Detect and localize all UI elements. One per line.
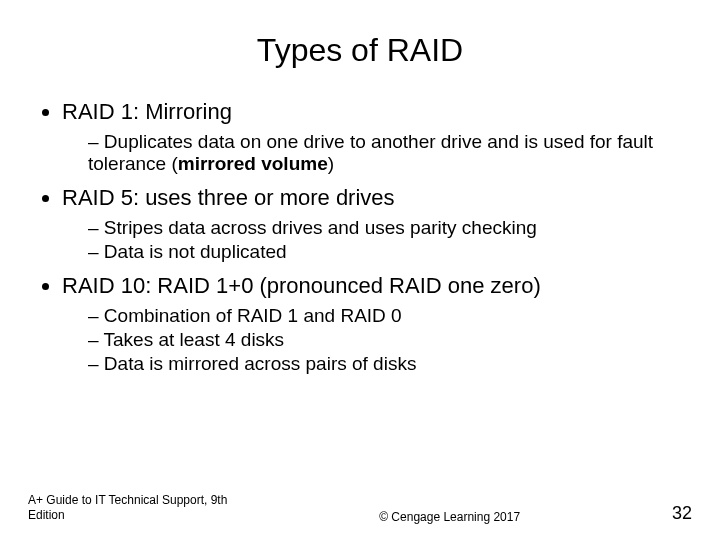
sub-item: Takes at least 4 disks [88, 329, 692, 351]
sub-text-part1: Duplicates data on one drive to another … [88, 131, 653, 174]
sub-list: Duplicates data on one drive to another … [62, 131, 692, 175]
bullet-list: RAID 1: Mirroring Duplicates data on one… [28, 99, 692, 375]
sub-item: Combination of RAID 1 and RAID 0 [88, 305, 692, 327]
page-number: 32 [672, 503, 692, 524]
bold-term: mirrored volume [178, 153, 328, 174]
sub-item: Data is mirrored across pairs of disks [88, 353, 692, 375]
slide-title: Types of RAID [28, 32, 692, 69]
bullet-heading: RAID 10: RAID 1+0 (pronounced RAID one z… [62, 273, 541, 298]
footer-left: A+ Guide to IT Technical Support, 9th Ed… [28, 493, 227, 524]
book-title-line2: Edition [28, 508, 65, 522]
list-item: RAID 10: RAID 1+0 (pronounced RAID one z… [62, 273, 692, 375]
bullet-heading: RAID 1: Mirroring [62, 99, 232, 124]
footer: A+ Guide to IT Technical Support, 9th Ed… [28, 493, 692, 524]
book-title-line1: A+ Guide to IT Technical Support, 9th [28, 493, 227, 507]
list-item: RAID 1: Mirroring Duplicates data on one… [62, 99, 692, 175]
sub-list: Stripes data across drives and uses pari… [62, 217, 692, 263]
footer-copyright: © Cengage Learning 2017 [227, 510, 672, 524]
slide: Types of RAID RAID 1: Mirroring Duplicat… [0, 0, 720, 540]
sub-list: Combination of RAID 1 and RAID 0 Takes a… [62, 305, 692, 375]
sub-item: Data is not duplicated [88, 241, 692, 263]
sub-item: Duplicates data on one drive to another … [88, 131, 692, 175]
list-item: RAID 5: uses three or more drives Stripe… [62, 185, 692, 263]
sub-item: Stripes data across drives and uses pari… [88, 217, 692, 239]
bullet-heading: RAID 5: uses three or more drives [62, 185, 395, 210]
sub-text-part2: ) [328, 153, 334, 174]
